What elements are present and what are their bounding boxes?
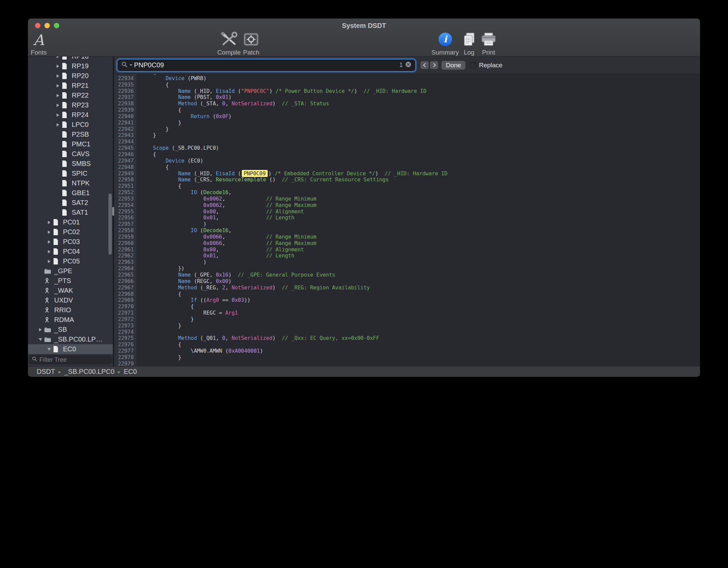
sidebar-item-rdma[interactable]: RDMA xyxy=(28,315,113,325)
disclosure-expanded-icon[interactable] xyxy=(45,348,53,351)
sidebar-item--sb-pc00-lp-[interactable]: _SB.PC00.LP… xyxy=(28,334,113,344)
sidebar-item-label: SMBS xyxy=(72,160,91,168)
code-line-text: } xyxy=(136,120,181,126)
line-number: 22949 xyxy=(114,171,136,177)
disclosure-collapsed-icon[interactable] xyxy=(45,250,53,253)
code-line-text: Device (EC0) xyxy=(136,158,203,164)
sidebar-item-cavs[interactable]: CAVS xyxy=(28,149,113,159)
find-previous-button[interactable] xyxy=(421,61,429,69)
code-token: (PBST, xyxy=(191,94,216,100)
disclosure-collapsed-icon[interactable] xyxy=(45,221,53,224)
disclosure-collapsed-icon[interactable] xyxy=(54,113,62,117)
line-number: 22945 xyxy=(114,145,136,151)
sidebar-item-spic[interactable]: SPIC xyxy=(28,169,113,178)
sidebar-item--wak[interactable]: _WAK xyxy=(28,286,113,295)
code-line: 22957 ) xyxy=(114,221,700,227)
sidebar-item-gbe1[interactable]: GBE1 xyxy=(28,188,113,198)
code-token: /* Embedded Controller Device */ xyxy=(275,171,375,177)
find-input[interactable] xyxy=(134,61,398,69)
disclosure-collapsed-icon[interactable] xyxy=(37,328,44,331)
sidebar-item-lpc0[interactable]: LPC0 xyxy=(28,120,113,130)
sidebar-item-ec0[interactable]: EC0 xyxy=(28,344,113,354)
line-number: 22966 xyxy=(114,278,136,285)
toolbar-print-button[interactable]: Print xyxy=(481,32,496,56)
sidebar-item-uxdv[interactable]: UXDV xyxy=(28,295,113,305)
sidebar-item-rp24[interactable]: RP24 xyxy=(28,110,113,120)
toolbar-patch-button[interactable]: Patch xyxy=(243,32,260,56)
sidebar-item--gpe[interactable]: _GPE xyxy=(28,266,113,276)
disclosure-collapsed-icon[interactable] xyxy=(54,123,62,127)
disclosure-collapsed-icon[interactable] xyxy=(54,94,62,97)
sidebar-item-label: PMC1 xyxy=(72,140,91,148)
disclosure-collapsed-icon[interactable] xyxy=(54,57,62,58)
sidebar-item-label: PC01 xyxy=(63,218,80,226)
sidebar-item-smbs[interactable]: SMBS xyxy=(28,159,113,169)
device-tree: RP18RP19RP20RP21RP22RP23RP24LPC0P2SBPMC1… xyxy=(28,57,113,354)
sidebar-item-rp19[interactable]: RP19 xyxy=(28,61,113,71)
toolbar-log-button[interactable]: Log xyxy=(462,32,476,56)
toolbar-fonts-button[interactable]: A Fonts xyxy=(31,32,47,56)
sidebar-item-pc02[interactable]: PC02 xyxy=(28,227,113,237)
sidebar-item-pc04[interactable]: PC04 xyxy=(28,247,113,256)
code-editor[interactable]: 1 Done xyxy=(114,57,700,366)
breadcrumb-item[interactable]: _SB.PC00.LPC0 xyxy=(64,368,114,376)
line-number: 22961 xyxy=(114,247,136,253)
done-button[interactable]: Done xyxy=(441,61,465,70)
doc-icon xyxy=(62,102,70,109)
code-viewport[interactable]: 22933 {22934 Device (PWRB)22935 {22936 N… xyxy=(114,74,700,366)
doc-icon xyxy=(53,258,62,265)
find-next-button[interactable] xyxy=(430,61,438,69)
sidebar-item-sat1[interactable]: SAT1 xyxy=(28,208,113,217)
replace-checkbox[interactable] xyxy=(470,62,476,68)
code-token: // Range Minimum xyxy=(266,196,316,202)
sidebar-item-rp20[interactable]: RP20 xyxy=(28,71,113,81)
sidebar-item-rp18[interactable]: RP18 xyxy=(28,57,113,61)
sidebar-item-ntpk[interactable]: NTPK xyxy=(28,178,113,188)
find-field[interactable]: 1 xyxy=(118,60,415,71)
disclosure-collapsed-icon[interactable] xyxy=(54,104,62,107)
sidebar-item-pc01[interactable]: PC01 xyxy=(28,217,113,227)
disclosure-collapsed-icon[interactable] xyxy=(45,240,53,244)
line-number: 22960 xyxy=(114,240,136,247)
toolbar-summary-button[interactable]: i Summary xyxy=(431,32,459,56)
code-token: Method xyxy=(178,335,197,341)
search-options-chevron-icon[interactable] xyxy=(130,64,132,66)
code-line-text: { xyxy=(136,291,181,297)
code-token: 0x0066 xyxy=(203,234,222,240)
code-line-text: Method (_STA, 0, NotSerialized) // _STA:… xyxy=(136,101,329,107)
sidebar-item-rrio[interactable]: RRIO xyxy=(28,305,113,315)
breadcrumb-item[interactable]: DSDT xyxy=(37,368,55,376)
line-number: 22958 xyxy=(114,227,136,234)
disclosure-collapsed-icon[interactable] xyxy=(45,260,53,263)
sidebar-item--pts[interactable]: _PTS xyxy=(28,276,113,286)
sidebar-item-rp21[interactable]: RP21 xyxy=(28,81,113,91)
disclosure-collapsed-icon[interactable] xyxy=(54,74,62,78)
line-number: 22956 xyxy=(114,215,136,221)
breadcrumb-item[interactable]: EC0 xyxy=(124,368,137,376)
sidebar-item-rp22[interactable]: RP22 xyxy=(28,91,113,100)
toolbar-patch-label: Patch xyxy=(243,49,260,56)
sidebar-scrollbar[interactable] xyxy=(108,193,112,255)
toolbar-summary-label: Summary xyxy=(431,49,459,56)
sidebar-item-pc05[interactable]: PC05 xyxy=(28,256,113,266)
toolbar-compile-button[interactable]: Compile xyxy=(217,32,241,56)
sidebar-item-sat2[interactable]: SAT2 xyxy=(28,198,113,208)
code-token: { xyxy=(140,291,181,297)
sidebar-item-p2sb[interactable]: P2SB xyxy=(28,130,113,139)
sidebar-item--sb[interactable]: _SB xyxy=(28,325,113,334)
sidebar-item-rp23[interactable]: RP23 xyxy=(28,100,113,110)
clear-search-icon[interactable] xyxy=(405,61,411,69)
filter-tree-input[interactable] xyxy=(39,356,113,363)
code-line: 22977 \AMW0.AMWN (0xA0040001) xyxy=(114,348,700,354)
code-token: , xyxy=(216,215,266,221)
sidebar-item-pc03[interactable]: PC03 xyxy=(28,237,113,247)
code-token: 0x00 xyxy=(203,247,216,253)
code-line-text: { xyxy=(136,107,181,113)
disclosure-collapsed-icon[interactable] xyxy=(54,65,62,68)
disclosure-collapsed-icon[interactable] xyxy=(54,84,62,87)
disclosure-collapsed-icon[interactable] xyxy=(45,230,53,234)
filter-tree-field[interactable] xyxy=(29,355,111,364)
disclosure-expanded-icon[interactable] xyxy=(37,338,44,341)
sidebar-item-pmc1[interactable]: PMC1 xyxy=(28,139,113,149)
line-number: 22963 xyxy=(114,259,136,265)
